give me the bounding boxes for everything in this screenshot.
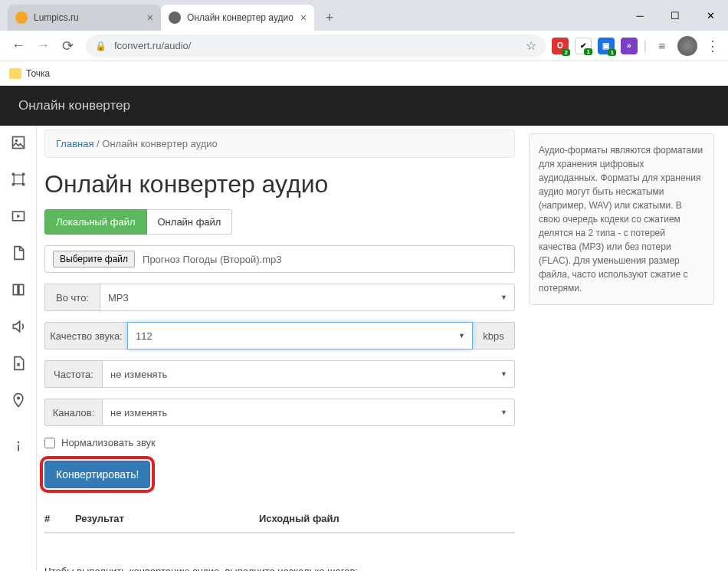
lock-icon: 🔒 [95, 41, 107, 51]
map-pin-icon[interactable] [11, 392, 26, 408]
bookmark-star-icon[interactable]: ☆ [526, 38, 536, 53]
convert-button[interactable]: Конвертировать! [44, 461, 150, 488]
address-bar[interactable]: 🔒 fconvert.ru/audio/ ☆ [86, 34, 546, 57]
close-icon[interactable]: × [147, 11, 153, 24]
choose-file-button[interactable]: Выберите файл [53, 251, 135, 267]
extensions-area: O2 ✔1 ▣1 » | ≡ ⋮ [552, 34, 722, 58]
right-panel: Аудио-форматы являются форматами для хра… [523, 126, 728, 571]
ext-badge: 2 [562, 49, 569, 56]
image-icon[interactable] [11, 135, 26, 150]
quality-unit: kbps [473, 322, 515, 349]
main-column: Главная / Онлайн конвертер аудио Онлайн … [37, 126, 523, 571]
browser-tab-converter[interactable]: Онлайн конвертер аудио × [161, 5, 314, 31]
quality-row: Качество звука: 112 kbps [44, 322, 515, 349]
convert-highlight: Конвертировать! [44, 461, 150, 488]
page-title: Онлайн конвертер аудио [44, 170, 515, 199]
normalize-checkbox[interactable] [44, 438, 55, 448]
tab-local-file[interactable]: Локальный файл [44, 209, 147, 235]
normalize-row[interactable]: Нормализовать звук [44, 437, 515, 448]
format-row: Во что: MP3 [44, 284, 515, 311]
channels-select[interactable]: не изменять [102, 399, 515, 426]
format-label: Во что: [44, 284, 100, 311]
vector-icon[interactable] [11, 172, 26, 187]
vertical-sidebar [0, 126, 37, 571]
site-header: Онлайн конвертер [0, 86, 728, 126]
normalize-label: Нормализовать звук [61, 437, 156, 448]
col-number: # [44, 513, 75, 524]
svg-point-1 [15, 139, 17, 142]
favicon-icon [15, 11, 28, 24]
favicon-icon [169, 11, 181, 24]
minimize-button[interactable]: ─ [622, 0, 657, 31]
breadcrumb-home[interactable]: Главная [56, 138, 93, 149]
source-tabs: Локальный файл Онлайн файл [44, 209, 515, 235]
info-icon[interactable] [11, 438, 26, 454]
breadcrumb-current: Онлайн конвертер аудио [102, 138, 217, 149]
document-icon[interactable] [11, 245, 26, 261]
browser-titlebar: Lumpics.ru × Онлайн конвертер аудио × + … [0, 0, 728, 31]
browser-tab-lumpics[interactable]: Lumpics.ru × [8, 5, 161, 31]
maximize-button[interactable]: ☐ [657, 0, 693, 31]
profile-avatar[interactable] [677, 36, 697, 56]
back-button[interactable]: ← [6, 34, 31, 58]
frequency-row: Частота: не изменять [44, 360, 515, 388]
bookmark-label: Точка [26, 68, 50, 79]
extension-icon[interactable]: ✔1 [575, 38, 592, 54]
info-box: Аудио-форматы являются форматами для хра… [529, 133, 714, 305]
file-input-row[interactable]: Выберите файл Прогноз Погоды (Второй).mp… [44, 245, 515, 273]
quality-select[interactable]: 112 [127, 322, 473, 349]
svg-point-8 [16, 396, 19, 399]
ext-badge: 1 [608, 49, 615, 56]
breadcrumb: Главная / Онлайн конвертер аудио [44, 130, 515, 158]
browser-toolbar: ← → ⟳ 🔒 fconvert.ru/audio/ ☆ O2 ✔1 ▣1 » … [0, 31, 728, 61]
extension-icon[interactable]: ▣1 [598, 38, 615, 54]
bookmark-folder[interactable]: Точка [9, 68, 50, 79]
url-text: fconvert.ru/audio/ [114, 40, 191, 51]
audio-icon[interactable] [11, 319, 26, 334]
close-button[interactable]: ✕ [693, 0, 728, 31]
ext-badge: 1 [584, 48, 592, 55]
page-body: Главная / Онлайн конвертер аудио Онлайн … [0, 126, 728, 571]
archive-icon[interactable] [11, 356, 26, 371]
menu-button[interactable]: ⋮ [703, 34, 722, 58]
folder-icon [9, 68, 21, 79]
channels-row: Каналов: не изменять [44, 399, 515, 426]
page-content: Онлайн конвертер Главная / Онлайн конвер… [0, 86, 728, 571]
site-title: Онлайн конвертер [18, 98, 130, 113]
forward-button: → [31, 34, 55, 58]
results-table-header: # Результат Исходный файл [44, 504, 515, 533]
col-source: Исходный файл [259, 513, 515, 524]
window-controls: ─ ☐ ✕ [622, 0, 728, 31]
help-text: Чтобы выполнить конвертацию аудио, выпол… [44, 564, 515, 571]
extension-icon[interactable]: O2 [552, 38, 569, 54]
tab-online-file[interactable]: Онлайн файл [147, 209, 233, 235]
reading-list-icon[interactable]: ≡ [653, 34, 671, 58]
col-result: Результат [75, 513, 259, 524]
reload-button[interactable]: ⟳ [55, 34, 80, 58]
channels-label: Каналов: [44, 399, 102, 426]
extension-icon[interactable]: » [621, 38, 638, 54]
tab-title: Lumpics.ru [34, 12, 79, 23]
bookmarks-bar: Точка [0, 61, 728, 86]
format-select[interactable]: MP3 [100, 284, 515, 311]
close-icon[interactable]: × [300, 11, 307, 24]
frequency-label: Частота: [44, 360, 102, 388]
frequency-select[interactable]: не изменять [102, 360, 515, 388]
quality-label: Качество звука: [44, 322, 127, 349]
ebook-icon[interactable] [11, 282, 26, 297]
new-tab-button[interactable]: + [319, 7, 340, 28]
svg-rect-6 [14, 175, 23, 184]
svg-rect-10 [18, 445, 19, 451]
selected-filename: Прогноз Погоды (Второй).mp3 [143, 254, 281, 265]
video-icon[interactable] [11, 208, 26, 224]
tab-title: Онлайн конвертер аудио [187, 12, 293, 23]
svg-point-9 [17, 441, 19, 444]
